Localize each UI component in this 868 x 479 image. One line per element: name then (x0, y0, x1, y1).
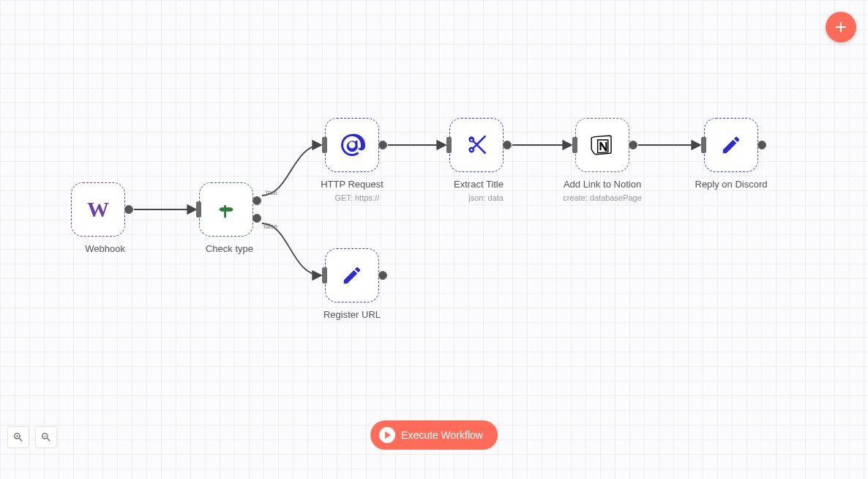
node-register-url[interactable]: Register URL (325, 248, 379, 321)
input-port[interactable] (322, 267, 327, 283)
pencil-icon (341, 264, 363, 286)
output-port[interactable] (378, 141, 387, 149)
output-port-true[interactable] (252, 196, 261, 205)
output-port[interactable] (124, 205, 133, 214)
output-port[interactable] (629, 141, 637, 149)
input-port[interactable] (322, 137, 327, 153)
pencil-icon (720, 134, 742, 156)
node-webhook[interactable]: W Webhook (71, 182, 125, 255)
zoom-out-icon (40, 431, 52, 443)
output-port-false[interactable] (252, 214, 261, 223)
node-sublabel: GET: https:// (334, 193, 379, 202)
add-node-button[interactable]: + (826, 12, 856, 42)
signpost-icon (214, 197, 239, 222)
port-label-false: false (263, 223, 277, 230)
letter-w-icon: W (87, 197, 109, 222)
output-port[interactable] (503, 141, 512, 149)
node-label: Webhook (85, 243, 125, 254)
input-port[interactable] (196, 201, 201, 218)
zoom-in-icon (12, 431, 24, 443)
node-discord[interactable]: Reply on Discord (704, 118, 758, 190)
zoom-out-button[interactable] (35, 426, 57, 448)
at-icon (339, 132, 365, 158)
node-sublabel: json: data (468, 193, 504, 202)
notion-icon (590, 133, 615, 157)
zoom-controls (7, 426, 57, 448)
canvas-grid (0, 0, 868, 479)
play-icon (379, 427, 395, 443)
node-sublabel: create: databasePage (563, 193, 642, 202)
input-port[interactable] (572, 137, 577, 153)
node-label: Extract Title (454, 179, 504, 190)
port-label-true: true (266, 189, 277, 196)
node-label: Register URL (323, 309, 381, 320)
node-label: Reply on Discord (695, 179, 768, 190)
zoom-in-button[interactable] (7, 426, 29, 448)
node-notion[interactable]: Add Link to Notion create: databasePage (575, 118, 629, 204)
node-extract-title[interactable]: Extract Title json: data (449, 118, 504, 204)
node-check-type[interactable]: true false Check type (199, 182, 253, 255)
execute-label: Execute Workflow (401, 429, 483, 441)
input-port[interactable] (446, 137, 452, 153)
node-label: Check type (206, 243, 253, 254)
execute-workflow-button[interactable]: Execute Workflow (370, 420, 498, 450)
node-label: HTTP Request (321, 179, 384, 190)
output-port[interactable] (378, 271, 387, 280)
output-port[interactable] (757, 141, 766, 149)
input-port[interactable] (701, 137, 706, 153)
plus-icon: + (835, 15, 847, 39)
scissors-icon (465, 133, 488, 157)
node-http-request[interactable]: HTTP Request GET: https:// (325, 118, 379, 204)
edges-layer (0, 0, 868, 479)
node-label: Add Link to Notion (564, 179, 641, 190)
